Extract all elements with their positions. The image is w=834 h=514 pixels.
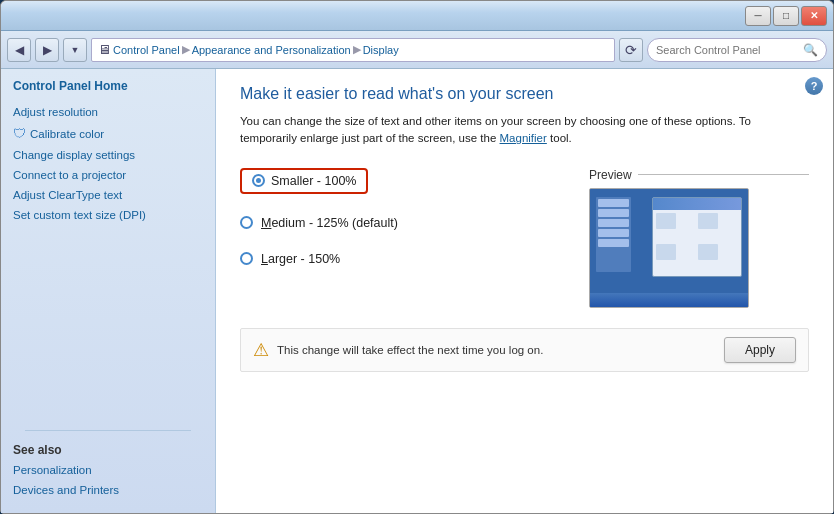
preview-desktop [590,189,748,307]
preview-sidebar-item-2 [598,209,629,217]
close-button[interactable]: ✕ [801,6,827,26]
sidebar-divider [25,430,191,431]
preview-sidebar-mini [596,197,631,272]
preview-window [652,197,742,277]
option-smaller-box: Smaller - 100% [240,168,368,194]
apply-button[interactable]: Apply [724,337,796,363]
radio-medium[interactable] [240,216,253,229]
sidebar-label-calibrate-color: Calibrate color [30,128,104,140]
search-input[interactable] [656,44,799,56]
preview-column: Preview [589,168,809,308]
search-icon[interactable]: 🔍 [803,43,818,57]
options-column: Smaller - 100% Medium - 125% (default) L… [240,168,569,308]
help-button[interactable]: ? [805,77,823,95]
preview-taskbar [590,293,748,307]
refresh-button[interactable]: ⟳ [619,38,643,62]
sidebar-item-cleartype[interactable]: Adjust ClearType text [13,188,203,202]
radio-smaller[interactable] [252,174,265,187]
shield-icon: 🛡 [13,126,26,141]
preview-window-icon-2 [698,213,718,229]
preview-window-icon-3 [656,244,676,260]
sidebar-item-connect-projector[interactable]: Connect to a projector [13,168,203,182]
option-smaller-label: Smaller - 100% [271,174,356,188]
sidebar-label-change-display: Change display settings [13,149,135,161]
content-title: Make it easier to read what's on your sc… [240,85,809,103]
breadcrumb: 🖥 Control Panel ▶ Appearance and Persona… [91,38,615,62]
sidebar-label-custom-size: Set custom text size (DPI) [13,209,146,221]
sidebar-item-calibrate-color[interactable]: 🛡 Calibrate color [13,125,203,142]
sidebar: Control Panel Home Adjust resolution 🛡 C… [1,69,216,513]
option-medium[interactable]: Medium - 125% (default) [240,216,569,230]
magnifier-link[interactable]: Magnifier [500,132,547,144]
preview-window-titlebar [653,198,741,210]
sidebar-home-link[interactable]: Control Panel Home [13,79,203,93]
sidebar-nav: Control Panel Home Adjust resolution 🛡 C… [1,79,215,228]
option-smaller[interactable]: Smaller - 100% [240,168,569,194]
warning-text: This change will take effect the next ti… [277,344,716,356]
preview-label: Preview [589,168,809,182]
search-bar: 🔍 [647,38,827,62]
preview-sidebar-item-5 [598,239,629,247]
title-bar: ─ □ ✕ [1,1,833,31]
sidebar-label-devices-printers: Devices and Printers [13,484,119,496]
sidebar-item-adjust-resolution[interactable]: Adjust resolution [13,105,203,119]
radio-larger[interactable] [240,252,253,265]
dropdown-button[interactable]: ▼ [63,38,87,62]
see-also-title: See also [13,443,203,457]
forward-button[interactable]: ▶ [35,38,59,62]
sidebar-see-also: See also Personalization Devices and Pri… [1,418,215,503]
sidebar-label-adjust-resolution: Adjust resolution [13,106,98,118]
preview-sidebar-item-1 [598,199,629,207]
maximize-button[interactable]: □ [773,6,799,26]
back-button[interactable]: ◀ [7,38,31,62]
address-bar: ◀ ▶ ▼ 🖥 Control Panel ▶ Appearance and P… [1,31,833,69]
breadcrumb-display[interactable]: Display [363,44,399,56]
content-area: ? Make it easier to read what's on your … [216,69,833,513]
preview-window-icon-4 [698,244,718,260]
options-preview-row: Smaller - 100% Medium - 125% (default) L… [240,168,809,308]
sidebar-item-personalization[interactable]: Personalization [13,463,203,477]
content-description: You can change the size of text and othe… [240,113,809,148]
desc-text-part2: tool. [547,132,572,144]
sidebar-label-cleartype: Adjust ClearType text [13,189,122,201]
warning-bar: ⚠ This change will take effect the next … [240,328,809,372]
preview-window-body [653,210,741,276]
main-window: ─ □ ✕ ◀ ▶ ▼ 🖥 Control Panel ▶ Appearance… [0,0,834,514]
sidebar-label-personalization: Personalization [13,464,92,476]
breadcrumb-appearance[interactable]: Appearance and Personalization [192,44,351,56]
sidebar-item-custom-size[interactable]: Set custom text size (DPI) [13,208,203,222]
sidebar-item-change-display[interactable]: Change display settings [13,148,203,162]
breadcrumb-icon: 🖥 [98,42,111,57]
preview-sidebar-item-4 [598,229,629,237]
sidebar-item-devices-printers[interactable]: Devices and Printers [13,483,203,497]
window-controls: ─ □ ✕ [745,6,827,26]
breadcrumb-control-panel[interactable]: Control Panel [113,44,180,56]
warning-icon: ⚠ [253,339,269,361]
option-larger-label: Larger - 150% [261,252,340,266]
preview-image [589,188,749,308]
minimize-button[interactable]: ─ [745,6,771,26]
preview-sidebar-item-3 [598,219,629,227]
option-medium-label: Medium - 125% (default) [261,216,398,230]
option-larger[interactable]: Larger - 150% [240,252,569,266]
main-area: Control Panel Home Adjust resolution 🛡 C… [1,69,833,513]
preview-window-icon-1 [656,213,676,229]
desc-text-part1: You can change the size of text and othe… [240,115,751,144]
sidebar-label-connect-projector: Connect to a projector [13,169,126,181]
